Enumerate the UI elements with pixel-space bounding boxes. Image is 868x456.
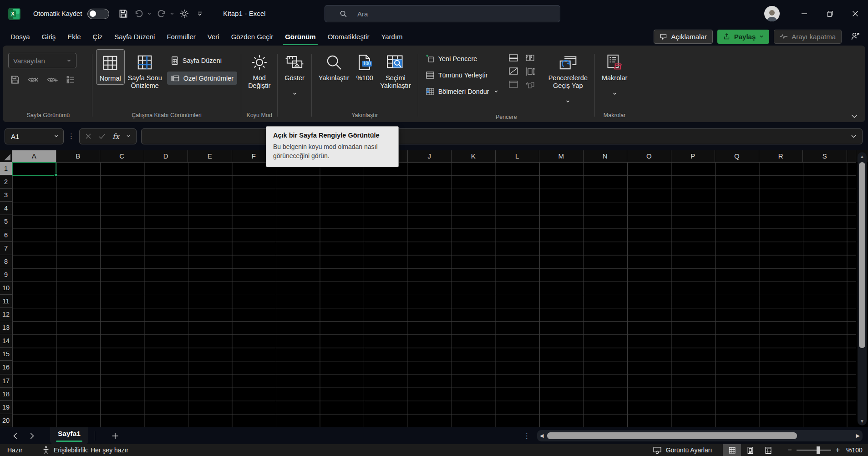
redo-icon[interactable] — [155, 6, 168, 21]
formula-bar-drag-handle[interactable]: ⋮ — [68, 132, 75, 140]
zoom-slider[interactable] — [797, 450, 831, 451]
column-header-N[interactable]: N — [584, 150, 628, 162]
column-header-partial[interactable] — [847, 150, 856, 162]
qat-overflow-icon[interactable] — [193, 6, 207, 21]
show-button[interactable]: Göster — [281, 49, 308, 105]
row-header-18[interactable]: 18 — [0, 388, 12, 401]
tab-veri[interactable]: Veri — [202, 27, 225, 46]
row-header-12[interactable]: 12 — [0, 308, 12, 321]
column-header-C[interactable]: C — [100, 150, 144, 162]
row-header-20[interactable]: 20 — [0, 414, 12, 427]
tab-ekle[interactable]: Ekle — [61, 27, 86, 46]
scroll-up-icon[interactable]: ▲ — [858, 154, 867, 159]
restore-button[interactable] — [817, 0, 843, 27]
scroll-left-icon[interactable]: ◀ — [540, 433, 543, 439]
tab-dosya[interactable]: Dosya — [5, 27, 36, 46]
row-header-8[interactable]: 8 — [0, 255, 12, 268]
tab-görünüm[interactable]: Görünüm — [279, 27, 322, 46]
exit-sheet-view-icon[interactable] — [27, 75, 39, 85]
row-header-6[interactable]: 6 — [0, 228, 12, 241]
column-header-A[interactable]: A — [12, 150, 56, 162]
zoom-slider-thumb[interactable] — [817, 446, 820, 454]
collapse-ribbon-icon[interactable] — [851, 114, 858, 118]
page-layout-button[interactable]: Sayfa Düzeni — [167, 54, 237, 67]
column-header-E[interactable]: E — [188, 150, 232, 162]
reset-window-position-icon[interactable] — [525, 81, 536, 89]
sheet-tab-sayfa1[interactable]: Sayfa1 — [50, 427, 88, 444]
mode-sun-icon[interactable] — [178, 6, 191, 21]
horizontal-scroll-thumb[interactable] — [547, 432, 797, 439]
zoom-percentage[interactable]: %100 — [846, 446, 868, 454]
zoom-button[interactable]: Yakınlaştır — [315, 49, 352, 84]
column-header-M[interactable]: M — [539, 150, 584, 162]
column-header-L[interactable]: L — [496, 150, 540, 162]
formula-input[interactable] — [141, 128, 863, 144]
close-button[interactable] — [843, 0, 868, 27]
macros-button[interactable]: Makrolar — [599, 49, 630, 105]
arrange-all-button[interactable]: Tümünü Yerleştir — [422, 68, 502, 82]
next-sheet-icon[interactable] — [30, 432, 35, 440]
vertical-scroll-thumb[interactable] — [859, 162, 865, 348]
excel-logo-icon[interactable]: X — [8, 8, 20, 20]
page-break-preview-button[interactable]: Sayfa Sonu Önizleme — [125, 49, 165, 92]
display-settings-button[interactable]: Görüntü Ayarları — [653, 446, 712, 454]
save-icon[interactable] — [117, 6, 130, 21]
formula-bar-expand-icon[interactable] — [851, 134, 857, 138]
cancel-icon[interactable] — [85, 133, 91, 139]
row-header-2[interactable]: 2 — [0, 175, 12, 189]
search-box[interactable]: Ara — [325, 5, 560, 22]
zoom-out-icon[interactable]: − — [787, 446, 792, 454]
row-header-10[interactable]: 10 — [0, 282, 12, 295]
tab-yardım[interactable]: Yardım — [375, 27, 408, 46]
column-header-S[interactable]: S — [803, 150, 847, 162]
column-header-K[interactable]: K — [452, 150, 496, 162]
row-header-3[interactable]: 3 — [0, 189, 12, 202]
status-normal-view-button[interactable] — [723, 444, 741, 456]
hide-icon[interactable] — [508, 67, 518, 75]
active-cell-A1[interactable] — [12, 162, 56, 176]
zoom-to-selection-button[interactable]: Seçimi Yakınlaştır — [377, 49, 414, 92]
column-header-R[interactable]: R — [759, 150, 803, 162]
vertical-scrollbar[interactable]: ▲ ▼ — [858, 152, 867, 425]
tab-giriş[interactable]: Giriş — [36, 27, 62, 46]
tab-otomatikleştir[interactable]: Otomatikleştir — [322, 27, 376, 46]
fill-handle[interactable] — [54, 174, 57, 177]
column-header-B[interactable]: B — [56, 150, 101, 162]
tab-formüller[interactable]: Formüller — [161, 27, 201, 46]
grid-cells[interactable] — [12, 162, 856, 427]
split-icon[interactable] — [508, 54, 518, 62]
sheet-view-select[interactable]: Varsayılan — [8, 53, 76, 68]
row-header-1[interactable]: 1 — [0, 162, 12, 175]
freeze-panes-button[interactable]: Bölmeleri Dondur — [422, 85, 502, 98]
previous-sheet-icon[interactable] — [13, 432, 18, 440]
row-header-16[interactable]: 16 — [0, 361, 12, 374]
people-icon[interactable] — [850, 31, 861, 42]
enter-icon[interactable] — [98, 133, 106, 139]
column-header-D[interactable]: D — [144, 150, 188, 162]
status-page-layout-button[interactable] — [741, 444, 759, 456]
autosave-toggle[interactable] — [87, 9, 109, 19]
row-header-7[interactable]: 7 — [0, 242, 12, 255]
unhide-icon[interactable] — [508, 80, 518, 88]
synchronous-scrolling-icon[interactable] — [525, 67, 536, 76]
account-avatar[interactable] — [764, 6, 780, 21]
catch-up-button[interactable]: Arayı kapatma — [774, 30, 842, 44]
zoom-in-icon[interactable]: + — [836, 446, 840, 454]
switch-windows-button[interactable]: Pencerelerde Geçiş Yap — [545, 49, 591, 113]
insert-function-icon[interactable]: fx — [112, 132, 119, 141]
row-header-19[interactable]: 19 — [0, 401, 12, 414]
select-all-corner[interactable] — [0, 150, 12, 162]
name-box[interactable]: A1 — [5, 128, 64, 144]
column-header-P[interactable]: P — [671, 150, 716, 162]
new-window-button[interactable]: Yeni Pencere — [422, 52, 502, 65]
scroll-down-icon[interactable]: ▼ — [858, 419, 867, 424]
add-sheet-button[interactable] — [112, 432, 119, 440]
sheetbar-more-handle[interactable]: ⋮ — [523, 432, 531, 440]
status-page-break-button[interactable] — [759, 444, 777, 456]
undo-chevron-icon[interactable] — [146, 12, 153, 15]
row-header-13[interactable]: 13 — [0, 321, 12, 334]
new-sheet-view-icon[interactable] — [46, 75, 58, 85]
row-header-11[interactable]: 11 — [0, 295, 12, 308]
switch-modes-button[interactable]: Mod Değiştir — [245, 49, 274, 92]
view-side-by-side-icon[interactable] — [525, 54, 536, 62]
